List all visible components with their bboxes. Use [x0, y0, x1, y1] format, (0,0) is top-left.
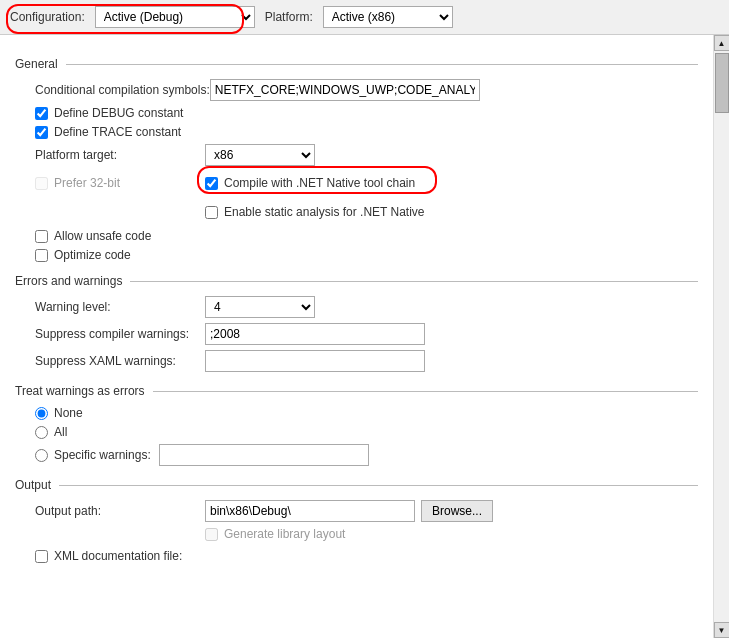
errors-warnings-section-header: Errors and warnings — [15, 274, 698, 288]
specific-warnings-input[interactable] — [159, 444, 369, 466]
suppress-xaml-row: Suppress XAML warnings: — [15, 350, 698, 372]
treat-specific-radio[interactable] — [35, 449, 48, 462]
scroll-area[interactable]: General Conditional compilation symbols:… — [0, 35, 713, 638]
suppress-compiler-label: Suppress compiler warnings: — [35, 327, 205, 341]
define-trace-label: Define TRACE constant — [54, 125, 181, 139]
general-section-header: General — [15, 57, 698, 71]
prefer-32bit-col: Prefer 32-bit — [35, 171, 205, 224]
scroll-up-button[interactable]: ▲ — [714, 35, 730, 51]
treat-all-row: All — [15, 425, 698, 439]
platform-target-label: Platform target: — [35, 148, 205, 162]
compile-native-label: Compile with .NET Native tool chain — [224, 176, 415, 190]
allow-unsafe-label: Allow unsafe code — [54, 229, 151, 243]
platform-label: Platform: — [265, 10, 313, 24]
treat-none-row: None — [15, 406, 698, 420]
optimize-code-row: Optimize code — [15, 248, 698, 262]
conditional-symbols-input[interactable] — [210, 79, 480, 101]
configuration-select[interactable]: Active (Debug) Debug Release All Configu… — [95, 6, 255, 28]
generate-library-checkbox[interactable] — [205, 528, 218, 541]
output-section-label: Output — [15, 478, 51, 492]
suppress-compiler-input[interactable] — [205, 323, 425, 345]
enable-static-label: Enable static analysis for .NET Native — [224, 205, 425, 219]
general-section-line — [66, 64, 698, 65]
xml-doc-checkbox[interactable] — [35, 550, 48, 563]
top-bar: Configuration: Active (Debug) Debug Rele… — [0, 0, 729, 35]
suppress-xaml-input[interactable] — [205, 350, 425, 372]
scroll-thumb[interactable] — [715, 53, 729, 113]
prefer-32bit-row: Prefer 32-bit — [35, 176, 205, 190]
conditional-symbols-label: Conditional compilation symbols: — [35, 83, 210, 97]
main-content: General Conditional compilation symbols:… — [0, 35, 729, 638]
treat-all-label: All — [54, 425, 67, 439]
generate-library-label: Generate library layout — [224, 527, 345, 541]
define-debug-label: Define DEBUG constant — [54, 106, 183, 120]
platform-target-row: Platform target: x86 x64 ARM Any CPU — [15, 144, 698, 166]
errors-warnings-line — [130, 281, 698, 282]
compile-native-checkbox[interactable] — [205, 177, 218, 190]
conditional-symbols-row: Conditional compilation symbols: — [15, 79, 698, 101]
suppress-compiler-row: Suppress compiler warnings: — [15, 323, 698, 345]
treat-warnings-line — [153, 391, 698, 392]
warning-level-row: Warning level: 4 0 1 2 3 — [15, 296, 698, 318]
xml-doc-label: XML documentation file: — [54, 549, 182, 563]
output-section-header: Output — [15, 478, 698, 492]
optimize-code-label: Optimize code — [54, 248, 131, 262]
treat-warnings-label: Treat warnings as errors — [15, 384, 145, 398]
define-debug-checkbox[interactable] — [35, 107, 48, 120]
treat-warnings-section-header: Treat warnings as errors — [15, 384, 698, 398]
allow-unsafe-checkbox[interactable] — [35, 230, 48, 243]
compile-native-wrapper: Compile with .NET Native tool chain — [205, 171, 425, 195]
warning-level-label: Warning level: — [35, 300, 205, 314]
output-path-row: Output path: Browse... — [15, 500, 698, 522]
allow-unsafe-row: Allow unsafe code — [15, 229, 698, 243]
define-trace-row: Define TRACE constant — [15, 125, 698, 139]
define-trace-checkbox[interactable] — [35, 126, 48, 139]
errors-warnings-label: Errors and warnings — [15, 274, 122, 288]
browse-button[interactable]: Browse... — [421, 500, 493, 522]
xml-doc-row: XML documentation file: — [15, 549, 698, 563]
treat-none-label: None — [54, 406, 83, 420]
scroll-down-button[interactable]: ▼ — [714, 622, 730, 638]
output-path-label: Output path: — [35, 504, 205, 518]
prefer-32bit-checkbox[interactable] — [35, 177, 48, 190]
warning-level-select[interactable]: 4 0 1 2 3 — [205, 296, 315, 318]
optimize-code-checkbox[interactable] — [35, 249, 48, 262]
general-section-label: General — [15, 57, 58, 71]
output-section-line — [59, 485, 698, 486]
prefer-32bit-label: Prefer 32-bit — [54, 176, 120, 190]
platform-select[interactable]: Active (x86) x86 x64 ARM Any CPU — [323, 6, 453, 28]
treat-all-radio[interactable] — [35, 426, 48, 439]
platform-target-select[interactable]: x86 x64 ARM Any CPU — [205, 144, 315, 166]
treat-specific-label: Specific warnings: — [54, 448, 151, 462]
output-path-input[interactable] — [205, 500, 415, 522]
native-checkboxes-col: Compile with .NET Native tool chain Enab… — [205, 171, 425, 224]
prefer-compile-row: Prefer 32-bit Compile with .NET Native t… — [15, 171, 698, 224]
suppress-xaml-label: Suppress XAML warnings: — [35, 354, 205, 368]
enable-static-row: Enable static analysis for .NET Native — [205, 205, 425, 219]
enable-static-checkbox[interactable] — [205, 206, 218, 219]
compile-native-row: Compile with .NET Native tool chain — [205, 176, 425, 190]
treat-none-radio[interactable] — [35, 407, 48, 420]
config-label: Configuration: — [10, 10, 85, 24]
define-debug-row: Define DEBUG constant — [15, 106, 698, 120]
scrollbar[interactable]: ▲ ▼ — [713, 35, 729, 638]
generate-library-row: Generate library layout — [15, 527, 698, 541]
treat-specific-row: Specific warnings: — [15, 444, 698, 466]
